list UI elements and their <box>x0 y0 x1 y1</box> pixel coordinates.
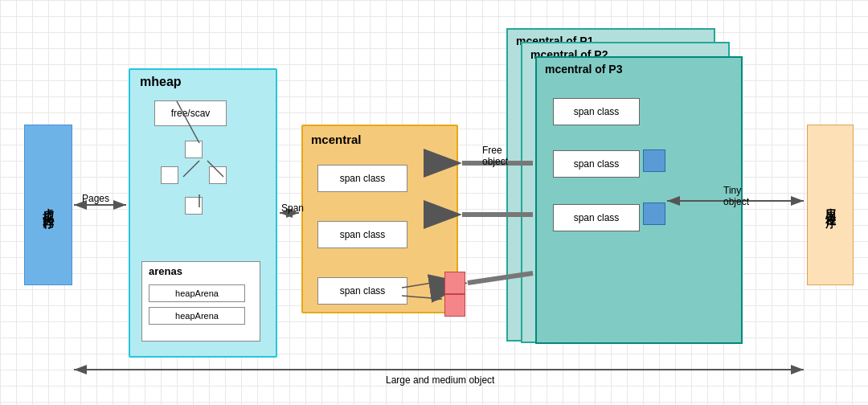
mheap-title: mheap <box>140 75 182 89</box>
span-label: Span <box>281 202 304 214</box>
blue-sq-1 <box>643 149 665 172</box>
heap-arena-2: heapArena <box>149 307 245 325</box>
arenas-title: arenas <box>149 265 182 277</box>
tiny-object-label: Tinyobject <box>723 185 749 207</box>
diagram-container: 虚拟 内存 mheap free/scav arenas heapArena h… <box>0 0 868 405</box>
mcentral-box: mcentral span class span class span clas… <box>301 125 458 313</box>
mcentral-p3-box: mcentral of P3 span class span class spa… <box>535 56 743 344</box>
tree-node-3 <box>209 166 227 184</box>
mcentral-p3-title: mcentral of P3 <box>545 63 622 76</box>
free-object-label: Freeobject <box>482 145 508 167</box>
tree-node-1 <box>185 141 203 158</box>
app-box: 应用 程序 <box>807 125 854 285</box>
vm-memory-box: 虚拟 内存 <box>24 125 72 285</box>
p3-span-3: span class <box>553 204 640 231</box>
mcentral-title: mcentral <box>311 133 362 146</box>
pages-label: Pages <box>82 193 109 204</box>
p3-span-2: span class <box>553 150 640 178</box>
large-medium-label: Large and medium object <box>386 374 494 386</box>
heap-arena-1: heapArena <box>149 284 245 302</box>
pink-sq-1 <box>444 272 465 294</box>
p3-span-1: span class <box>553 98 640 125</box>
freescav-box: free/scav <box>154 100 227 126</box>
mheap-box: mheap free/scav arenas heapArena heapAre… <box>129 68 277 358</box>
mcentral-span-3: span class <box>317 277 407 305</box>
arenas-outer: arenas heapArena heapArena <box>141 261 260 342</box>
mcentral-span-1: span class <box>317 165 407 192</box>
pink-sq-2 <box>444 294 465 317</box>
mcentral-span-2: span class <box>317 221 407 248</box>
blue-sq-2 <box>643 202 665 225</box>
tree-node-4 <box>185 197 203 215</box>
tree-node-2 <box>161 166 178 184</box>
